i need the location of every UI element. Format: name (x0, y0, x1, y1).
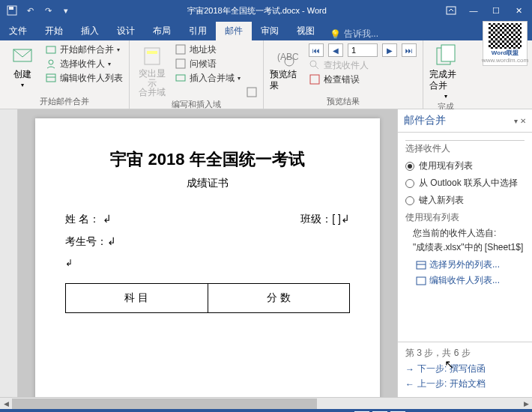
prev-record-button[interactable]: ◀ (328, 43, 343, 57)
document-area[interactable]: 宇宙 2018 年全国统一考试 成绩证书 姓 名： ↲ 班级：[ ] ↲ 考生号… (18, 109, 397, 397)
highlight-icon (140, 43, 164, 67)
tab-review[interactable]: 审阅 (252, 22, 288, 40)
next-record-button[interactable]: ▶ (382, 43, 397, 57)
tab-references[interactable]: 引用 (180, 22, 216, 40)
tab-design[interactable]: 设计 (108, 22, 144, 40)
section-select-recipients: 选择收件人 (405, 140, 525, 155)
doc-subtitle: 成绩证书 (65, 177, 350, 190)
envelope-icon (10, 43, 34, 67)
edit-recipient-list-link[interactable]: 编辑收件人列表... (416, 274, 525, 287)
title-bar: ↶ ↷ ▾ 宇宙2018年全国统一考试.docx - Word — ☐ ✕ (0, 0, 532, 21)
edit-recipient-list-button[interactable]: 编辑收件人列表 (45, 72, 123, 84)
save-icon[interactable] (6, 4, 18, 16)
tell-me-label: 告诉我... (344, 28, 378, 40)
cmd-label: 插入合并域 (190, 73, 235, 84)
next-step-link[interactable]: →下一步: 撰写信函 (405, 363, 525, 375)
section-use-existing: 使用现有列表 (405, 211, 525, 224)
cmd-label: 开始邮件合并 (60, 44, 114, 55)
radio-outlook[interactable]: 从 Outlook 联系人中选择 (405, 177, 525, 190)
mail-merge-icon (45, 43, 57, 55)
page: 宇宙 2018 年全国统一考试 成绩证书 姓 名： ↲ 班级：[ ] ↲ 考生号… (35, 118, 380, 397)
svg-rect-10 (176, 45, 185, 54)
redo-icon[interactable]: ↷ (42, 4, 54, 16)
tab-insert[interactable]: 插入 (72, 22, 108, 40)
current-source-label: 您当前的收件人选自: (413, 227, 525, 240)
insert-field-icon (175, 72, 187, 84)
class-label: 班级：[ ] (300, 213, 341, 226)
scrollbar-thumb[interactable] (12, 399, 317, 409)
highlight-label: 突出显示 合并域 (136, 69, 169, 97)
status-bar: 第 1 页，共 1 页 57 个字 📖 中文(中国) ▶ − + 80% (0, 409, 532, 412)
find-recipient-button[interactable]: 查找收件人 (309, 59, 417, 71)
finish-merge-button[interactable]: 完成并合并 ▾ (429, 43, 462, 100)
radio-icon (405, 162, 414, 171)
scroll-left-icon[interactable]: ◀ (0, 399, 12, 409)
undo-icon[interactable]: ↶ (24, 4, 36, 16)
highlight-fields-button[interactable]: 突出显示 合并域 (136, 43, 169, 97)
preview-icon: (ABC) (274, 43, 298, 67)
col-subject: 科 目 (66, 284, 208, 313)
dropdown-icon: ▾ (21, 82, 24, 88)
ribbon-options-icon[interactable] (442, 3, 460, 18)
rules-dropdown[interactable] (247, 87, 257, 97)
svg-rect-12 (176, 75, 185, 81)
qat-dropdown-icon[interactable]: ▾ (60, 4, 72, 16)
maximize-icon[interactable]: ☐ (487, 3, 505, 18)
name-value: ↲ (103, 213, 112, 226)
radio-new-list[interactable]: 键入新列表 (405, 194, 525, 207)
prev-step-link[interactable]: ←上一步: 开始文档 (405, 378, 525, 390)
score-table: 科 目 分 数 (65, 283, 350, 313)
svg-rect-18 (310, 75, 319, 84)
link-label: 下一步: 撰写信函 (417, 363, 486, 375)
minimize-icon[interactable]: — (465, 3, 483, 18)
name-label: 姓 名： (65, 213, 100, 226)
cmd-label: 问候语 (190, 58, 217, 70)
insert-merge-field-button[interactable]: 插入合并域▾ (175, 72, 241, 84)
check-icon (309, 73, 321, 85)
brand-url: www.wordlm.com (482, 57, 528, 64)
select-other-list-link[interactable]: 选择另外的列表... (416, 258, 525, 271)
group-label: 预览结果 (270, 94, 417, 107)
recipients-icon (45, 58, 57, 70)
record-number-input[interactable] (348, 43, 378, 57)
cmd-label: 选择收件人 (60, 58, 105, 70)
scrollbar-track[interactable] (12, 399, 520, 409)
select-recipients-button[interactable]: 选择收件人▾ (45, 58, 123, 70)
tab-view[interactable]: 视图 (288, 22, 324, 40)
last-record-button[interactable]: ⏭ (402, 43, 417, 57)
tab-file[interactable]: 文件 (0, 22, 36, 40)
check-errors-button[interactable]: 检查错误 (309, 73, 417, 85)
horizontal-scrollbar[interactable]: ◀ ▶ (0, 397, 532, 409)
brand-name: Word联盟 (492, 49, 519, 57)
window-controls: — ☐ ✕ (442, 3, 532, 18)
greeting-line-button[interactable]: 问候语 (175, 58, 241, 70)
start-mail-merge-button[interactable]: 开始邮件合并▾ (45, 43, 123, 55)
group-write-insert: 突出显示 合并域 地址块 问候语 插入合并域▾ 编写和插入域 (130, 40, 264, 109)
tab-layout[interactable]: 布局 (144, 22, 180, 40)
tell-me[interactable]: 💡告诉我... (324, 28, 384, 40)
ribbon-tabs: 文件 开始 插入 设计 布局 引用 邮件 审阅 视图 💡告诉我... 登录 (0, 21, 532, 40)
doc-title: 宇宙 2018 年全国统一考试 (65, 148, 350, 171)
bulb-icon: 💡 (330, 29, 341, 40)
first-record-button[interactable]: ⏮ (309, 43, 324, 57)
preview-results-button[interactable]: (ABC) 预览结果 (270, 43, 303, 91)
group-label: 编写和插入域 (136, 97, 257, 110)
link-label: 上一步: 开始文档 (417, 378, 486, 390)
tab-mailings[interactable]: 邮件 (216, 22, 252, 40)
svg-rect-6 (46, 74, 55, 82)
radio-existing-list[interactable]: 使用现有列表 (405, 160, 525, 172)
pane-menu-icon[interactable]: ▾ ✕ (514, 117, 526, 125)
scroll-right-icon[interactable]: ▶ (520, 399, 532, 409)
svg-rect-9 (147, 51, 157, 54)
address-block-button[interactable]: 地址块 (175, 43, 241, 55)
tab-home[interactable]: 开始 (36, 22, 72, 40)
doc-row-name: 姓 名： ↲ 班级：[ ] ↲ (65, 213, 350, 226)
svg-rect-8 (145, 48, 160, 64)
svg-rect-4 (46, 46, 55, 53)
link-label: 选择另外的列表... (429, 258, 500, 271)
close-icon[interactable]: ✕ (510, 3, 528, 18)
radio-label: 键入新列表 (419, 194, 464, 207)
svg-rect-23 (417, 277, 426, 285)
table-row: 科 目 分 数 (66, 284, 350, 313)
create-button[interactable]: 创建 ▾ (6, 43, 39, 88)
